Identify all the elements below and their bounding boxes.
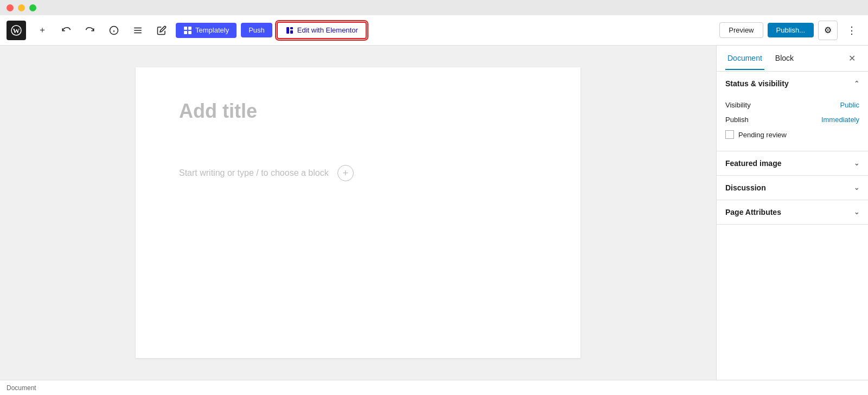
- svg-rect-8: [184, 27, 187, 30]
- page-attributes-header[interactable]: Page Attributes ⌄: [717, 200, 868, 224]
- discussion-section: Discussion ⌄: [717, 176, 868, 200]
- gear-icon: ⚙: [824, 25, 832, 35]
- settings-btn[interactable]: ⚙: [818, 21, 838, 40]
- content-area: Start writing or type / to choose a bloc…: [0, 46, 868, 380]
- visibility-label: Visibility: [725, 101, 751, 109]
- edit-mode-btn[interactable]: [152, 21, 171, 40]
- svg-rect-12: [286, 27, 289, 34]
- status-visibility-section: Status & visibility ⌃ Visibility Public …: [717, 72, 868, 151]
- panel-header: Document Block ✕: [717, 46, 868, 72]
- edit-with-elementor-btn[interactable]: Edit with Elementor: [277, 22, 367, 39]
- push-btn[interactable]: Push: [241, 23, 272, 37]
- svg-rect-9: [188, 27, 192, 30]
- pending-review-row: Pending review: [725, 127, 859, 142]
- status-visibility-header[interactable]: Status & visibility ⌃: [717, 72, 868, 95]
- mac-minimize-btn[interactable]: [18, 4, 25, 11]
- undo-btn[interactable]: [56, 21, 76, 40]
- info-btn[interactable]: [104, 21, 124, 40]
- more-options-btn[interactable]: ⋮: [842, 21, 861, 40]
- svg-rect-11: [188, 31, 192, 34]
- status-bar: Document: [0, 380, 868, 395]
- visibility-row: Visibility Public: [725, 98, 859, 112]
- svg-rect-13: [290, 27, 293, 29]
- block-placeholder: Start writing or type / to choose a bloc…: [179, 165, 537, 181]
- pending-review-label: Pending review: [738, 131, 787, 139]
- plus-icon: +: [342, 168, 348, 179]
- toolbar: W ＋: [0, 15, 868, 46]
- discussion-header[interactable]: Discussion ⌄: [717, 176, 868, 200]
- tab-document[interactable]: Document: [725, 47, 764, 70]
- status-visibility-body: Visibility Public Publish Immediately Pe…: [717, 95, 868, 151]
- templately-btn[interactable]: Templately: [176, 23, 237, 38]
- status-bar-text: Document: [7, 384, 36, 392]
- mac-maximize-btn[interactable]: [29, 4, 36, 11]
- publish-value[interactable]: Immediately: [821, 116, 859, 124]
- editor-inner: Start writing or type / to choose a bloc…: [136, 67, 580, 358]
- publish-row: Publish Immediately: [725, 112, 859, 127]
- mac-close-btn[interactable]: [7, 4, 14, 11]
- page-attributes-section: Page Attributes ⌄: [717, 200, 868, 225]
- add-block-toolbar-btn[interactable]: ＋: [33, 21, 52, 40]
- panel-close-btn[interactable]: ✕: [844, 51, 859, 66]
- block-placeholder-text: Start writing or type / to choose a bloc…: [179, 168, 329, 178]
- publish-btn[interactable]: Publish...: [768, 23, 814, 37]
- visibility-value[interactable]: Public: [840, 101, 859, 109]
- redo-btn[interactable]: [80, 21, 100, 40]
- mac-titlebar: [0, 0, 868, 15]
- tab-block[interactable]: Block: [773, 47, 796, 70]
- post-title-input[interactable]: [179, 100, 537, 145]
- editor: Start writing or type / to choose a bloc…: [0, 46, 716, 380]
- list-view-btn[interactable]: [128, 21, 148, 40]
- svg-rect-14: [290, 30, 293, 34]
- wp-logo: W: [7, 21, 26, 40]
- chevron-up-icon: ⌃: [854, 80, 859, 87]
- svg-rect-10: [184, 31, 187, 34]
- chevron-down-icon-2: ⌄: [854, 184, 859, 192]
- featured-image-section: Featured image ⌄: [717, 151, 868, 176]
- featured-image-header[interactable]: Featured image ⌄: [717, 151, 868, 175]
- preview-btn[interactable]: Preview: [719, 22, 763, 38]
- chevron-down-icon: ⌄: [854, 160, 859, 167]
- pending-review-checkbox[interactable]: [725, 130, 734, 139]
- app: W ＋: [0, 15, 868, 395]
- svg-text:W: W: [13, 27, 20, 35]
- close-icon: ✕: [848, 53, 856, 63]
- right-panel: Document Block ✕ Status & visibility ⌃ V…: [716, 46, 868, 380]
- add-block-inline-btn[interactable]: +: [337, 165, 354, 181]
- publish-label: Publish: [725, 116, 749, 124]
- more-icon: ⋮: [847, 24, 857, 36]
- chevron-down-icon-3: ⌄: [854, 208, 859, 216]
